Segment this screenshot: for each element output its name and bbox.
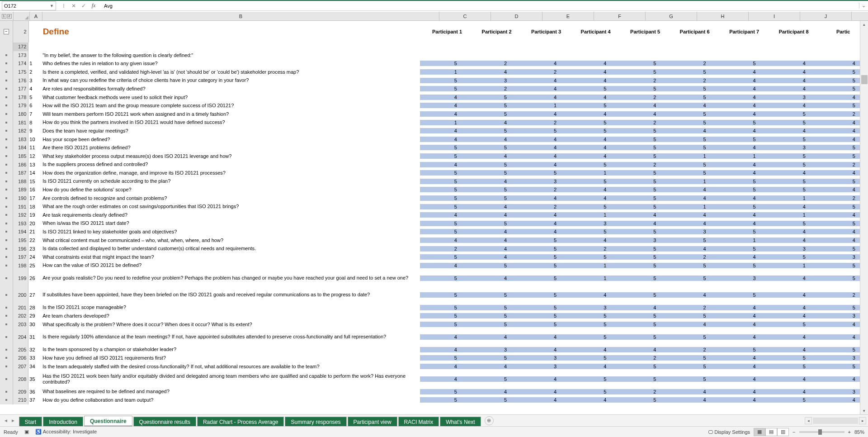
score-cell[interactable]: 4 <box>569 145 619 150</box>
question-text[interactable]: Is data collected and displayed to bette… <box>41 246 420 252</box>
zoom-slider[interactable] <box>799 431 844 433</box>
score-cell[interactable]: 4 <box>519 334 569 340</box>
score-cell[interactable]: 5 <box>669 364 718 369</box>
score-cell[interactable]: 4 <box>619 111 669 117</box>
score-cell[interactable]: 5 <box>569 204 619 209</box>
score-cell[interactable]: 4 <box>619 103 669 108</box>
row-header[interactable]: 204 <box>13 328 29 345</box>
question-number[interactable]: 19 <box>28 212 41 218</box>
column-header[interactable]: J <box>800 12 852 20</box>
score-cell[interactable]: 1 <box>569 263 619 268</box>
score-cell[interactable]: 5 <box>569 120 619 125</box>
row-header[interactable]: 172 <box>13 43 29 51</box>
score-cell[interactable]: 4 <box>669 322 718 327</box>
score-cell[interactable]: 5 <box>619 276 669 281</box>
score-cell[interactable]: 5 <box>519 322 569 327</box>
score-cell[interactable]: 4 <box>569 292 619 298</box>
score-cell[interactable]: 4 <box>619 347 669 352</box>
question-text[interactable]: Are your goals realistic? Do you need to… <box>41 275 420 281</box>
score-cell[interactable]: 5 <box>669 95 718 100</box>
score-cell[interactable]: 4 <box>420 212 470 218</box>
score-cell[interactable]: 5 <box>719 347 769 352</box>
question-text[interactable]: Has your scope been defined? <box>41 137 420 142</box>
question-text[interactable]: Is ISO 20121 currently on schedule accor… <box>41 178 420 184</box>
score-cell[interactable]: 4 <box>519 153 569 159</box>
score-cell[interactable]: 4 <box>769 389 818 394</box>
score-cell[interactable]: 2 <box>470 61 519 66</box>
score-cell[interactable]: 4 <box>470 179 519 184</box>
score-cell[interactable]: 5 <box>470 170 519 176</box>
score-cell[interactable]: 5 <box>470 195 519 201</box>
score-cell[interactable]: 5 <box>420 145 470 150</box>
score-cell[interactable]: 5 <box>569 355 619 361</box>
row-header[interactable]: 202 <box>13 312 29 320</box>
score-cell[interactable]: 2 <box>669 78 718 83</box>
score-cell[interactable]: 5 <box>619 313 669 318</box>
question-number[interactable]: 23 <box>28 246 41 252</box>
score-cell[interactable]: 4 <box>569 238 619 243</box>
score-cell[interactable]: 4 <box>769 128 818 133</box>
question-text[interactable]: Is the team sponsored by a champion or s… <box>41 347 420 352</box>
score-cell[interactable]: 5 <box>619 153 669 159</box>
score-cell[interactable]: 4 <box>669 389 718 394</box>
score-cell[interactable]: 5 <box>619 128 669 133</box>
score-cell[interactable]: 5 <box>769 397 818 403</box>
question-text[interactable]: What baselines are required to be define… <box>41 389 420 394</box>
score-cell[interactable]: 2 <box>669 347 718 352</box>
row-header[interactable]: 210 <box>13 396 29 404</box>
score-cell[interactable]: 2 <box>619 162 669 167</box>
question-number[interactable]: 27 <box>28 292 41 298</box>
score-cell[interactable]: 1 <box>569 276 619 281</box>
question-number[interactable]: 30 <box>28 322 41 327</box>
score-cell[interactable]: 2 <box>519 204 569 209</box>
score-cell[interactable]: 4 <box>569 95 619 100</box>
score-cell[interactable]: 5 <box>420 221 470 226</box>
question-number[interactable]: 29 <box>28 313 41 318</box>
score-cell[interactable]: 5 <box>569 389 619 394</box>
column-header[interactable]: H <box>697 12 749 20</box>
score-cell[interactable]: 5 <box>719 246 769 252</box>
score-cell[interactable]: 4 <box>470 212 519 218</box>
column-header[interactable]: I <box>749 12 800 20</box>
row-header[interactable]: 184 <box>13 143 29 152</box>
score-cell[interactable]: 5 <box>420 204 470 209</box>
question-text[interactable]: Are roles and responsibilities formally … <box>41 86 420 92</box>
question-number[interactable]: 10 <box>28 137 41 142</box>
score-cell[interactable]: 5 <box>669 313 718 318</box>
score-cell[interactable]: 4 <box>719 397 769 403</box>
score-cell[interactable]: 5 <box>519 246 569 252</box>
sheet-tab[interactable]: Introduction <box>43 417 83 427</box>
score-cell[interactable]: 5 <box>569 376 619 382</box>
score-cell[interactable]: 4 <box>519 162 569 167</box>
score-cell[interactable]: 4 <box>420 137 470 142</box>
question-text[interactable]: What specifically is the problem? Where … <box>41 322 420 328</box>
fx-icon[interactable]: fx <box>90 2 97 9</box>
score-cell[interactable]: 5 <box>420 170 470 176</box>
score-cell[interactable]: 5 <box>619 364 669 369</box>
outline-collapse-button[interactable]: − <box>0 21 13 43</box>
zoom-slider-thumb[interactable] <box>818 429 822 435</box>
question-text[interactable]: What key stakeholder process output meas… <box>41 153 420 159</box>
score-cell[interactable]: 2 <box>619 355 669 361</box>
score-cell[interactable]: 2 <box>519 69 569 75</box>
column-header[interactable]: G <box>646 12 697 20</box>
score-cell[interactable]: 4 <box>769 78 818 83</box>
score-cell[interactable]: 1 <box>420 120 470 125</box>
score-cell[interactable]: 4 <box>669 292 718 298</box>
score-cell[interactable]: 5 <box>719 229 769 234</box>
score-cell[interactable]: 1 <box>669 204 718 209</box>
score-cell[interactable]: 4 <box>470 238 519 243</box>
score-cell[interactable]: 4 <box>669 212 718 218</box>
row-header[interactable]: 181 <box>13 118 29 127</box>
question-number[interactable]: 18 <box>28 204 41 209</box>
row-header[interactable]: 185 <box>13 152 29 161</box>
score-cell[interactable]: 5 <box>619 187 669 192</box>
row-header[interactable]: 195 <box>13 236 29 245</box>
question-text[interactable]: How do you define collaboration and team… <box>41 397 420 403</box>
row-header[interactable]: 190 <box>13 194 29 203</box>
score-cell[interactable]: 5 <box>420 195 470 201</box>
score-cell[interactable]: 4 <box>719 355 769 361</box>
score-cell[interactable]: 5 <box>619 61 669 66</box>
sheet-tab[interactable]: Questionnaire results <box>133 417 196 427</box>
score-cell[interactable]: 4 <box>470 334 519 340</box>
